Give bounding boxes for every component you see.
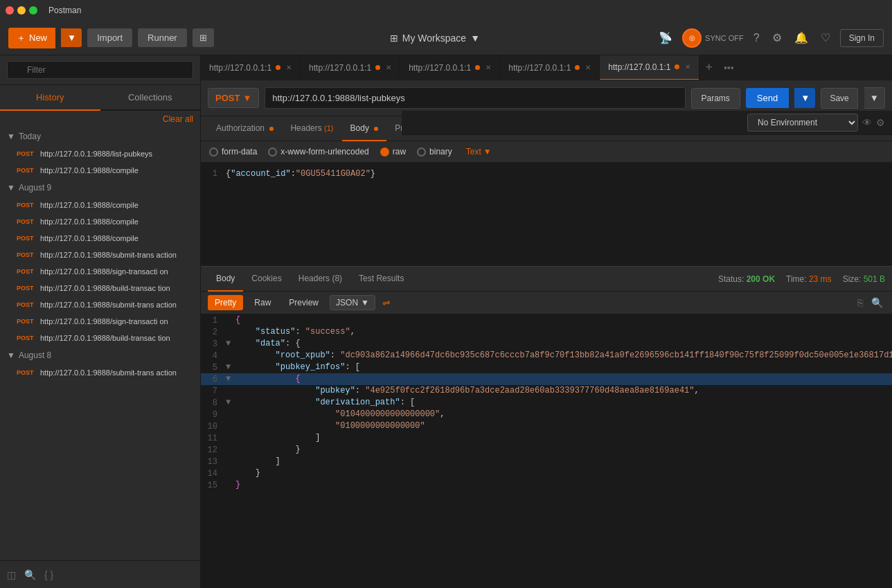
- sync-indicator: ◎: [682, 28, 702, 48]
- form-data-option[interactable]: form-data: [209, 147, 257, 157]
- params-button[interactable]: Params: [691, 88, 740, 109]
- request-tab-1[interactable]: http://127.0.0.1:1 ✕: [201, 55, 301, 80]
- authorization-dot: [269, 127, 274, 131]
- clear-all-button[interactable]: Clear all: [0, 111, 200, 127]
- list-item[interactable]: POST http://127.0.0.1:9888/list-pubkeys: [0, 145, 200, 162]
- toolbar-right: 📡 ◎ SYNC OFF ? ⚙ 🔔 ♡ Sign In: [656, 28, 884, 48]
- sidebar-collapse-icon[interactable]: ◫: [7, 569, 16, 580]
- tab-headers[interactable]: Headers (1): [282, 116, 341, 141]
- preview-button[interactable]: Preview: [282, 295, 325, 310]
- env-select[interactable]: No Environment: [747, 114, 858, 132]
- heart-icon[interactable]: ♡: [818, 28, 833, 47]
- list-item[interactable]: POST http://127.0.0.1:9888/sign-transact…: [0, 313, 200, 330]
- tab-history[interactable]: History: [0, 85, 100, 111]
- sign-in-button[interactable]: Sign In: [840, 29, 884, 47]
- add-tab-button[interactable]: +: [699, 60, 718, 75]
- search-bottom-icon[interactable]: 🔍: [24, 569, 36, 580]
- tab-authorization[interactable]: Authorization: [208, 116, 282, 141]
- list-item[interactable]: POST http://127.0.0.1:9888/submit-trans …: [0, 296, 200, 313]
- url-input[interactable]: [265, 87, 685, 109]
- save-arrow-button[interactable]: ▼: [864, 87, 885, 109]
- raw-button[interactable]: Raw: [247, 295, 278, 310]
- tab-dirty-indicator: [475, 65, 480, 70]
- resp-line: 1 {: [201, 314, 892, 326]
- section-aug9[interactable]: ▼ August 9: [0, 179, 200, 197]
- satellite-icon[interactable]: 📡: [656, 28, 675, 47]
- list-item[interactable]: POST http://127.0.0.1:9888/submit-trans …: [0, 247, 200, 263]
- copy-icon[interactable]: ⎘: [855, 295, 865, 310]
- urlencoded-option[interactable]: x-www-form-urlencoded: [268, 147, 368, 157]
- list-item[interactable]: POST http://127.0.0.1:9888/sign-transact…: [0, 263, 200, 280]
- section-aug8[interactable]: ▼ August 8: [0, 346, 200, 364]
- list-item[interactable]: POST http://127.0.0.1:9888/submit-trans …: [0, 364, 200, 381]
- list-item[interactable]: POST http://127.0.0.1:9888/compile: [0, 197, 200, 213]
- new-window-button[interactable]: ⊞: [193, 28, 214, 47]
- size-value: 501 B: [864, 274, 885, 284]
- radio-form-data: [209, 148, 218, 157]
- text-type-dropdown[interactable]: Text ▼: [466, 147, 492, 157]
- close-tab-icon[interactable]: ✕: [585, 64, 591, 71]
- new-button[interactable]: ＋ New: [8, 28, 55, 48]
- close-tab-icon[interactable]: ✕: [685, 63, 690, 71]
- method-select[interactable]: POST ▼: [208, 88, 259, 108]
- headers-count: (1): [324, 124, 333, 132]
- request-tab-5[interactable]: http://127.0.0.1:1 ✕: [600, 55, 699, 80]
- resp-tab-test-results[interactable]: Test Results: [350, 267, 412, 292]
- binary-option[interactable]: binary: [417, 147, 452, 157]
- list-item[interactable]: POST http://127.0.0.1:9888/build-transac…: [0, 280, 200, 296]
- close-tab-icon[interactable]: ✕: [485, 64, 491, 71]
- env-settings-icon[interactable]: ⚙: [876, 117, 885, 128]
- maximize-button[interactable]: [29, 6, 37, 15]
- minimize-button[interactable]: [17, 6, 26, 15]
- list-item[interactable]: POST http://127.0.0.1:9888/compile: [0, 213, 200, 230]
- resp-line: 12 }: [201, 444, 892, 456]
- resp-line: 11 ]: [201, 432, 892, 444]
- request-tab-3[interactable]: http://127.0.0.1:1 ✕: [400, 55, 500, 80]
- code-bottom-icon[interactable]: { }: [44, 569, 53, 580]
- bell-icon[interactable]: 🔔: [792, 28, 811, 47]
- tab-collections[interactable]: Collections: [100, 85, 201, 111]
- runner-button[interactable]: Runner: [138, 28, 187, 47]
- toolbar: ＋ New ▼ Import Runner ⊞ ⊞ My Workspace ▼…: [0, 21, 892, 55]
- request-tab-4[interactable]: http://127.0.0.1:1 ✕: [500, 55, 600, 80]
- raw-option[interactable]: raw: [380, 147, 406, 157]
- send-arrow-button[interactable]: ▼: [794, 88, 815, 108]
- pretty-button[interactable]: Pretty: [208, 295, 243, 310]
- send-button[interactable]: Send: [746, 88, 789, 108]
- search-resp-icon[interactable]: 🔍: [869, 295, 885, 310]
- resp-tab-cookies[interactable]: Cookies: [243, 267, 289, 292]
- tabs-row: http://127.0.0.1:1 ✕ http://127.0.0.1:1 …: [201, 55, 892, 80]
- eye-icon[interactable]: 👁: [862, 117, 872, 128]
- chevron-down-icon: ▼: [470, 33, 480, 44]
- list-item[interactable]: POST http://127.0.0.1:9888/compile: [0, 162, 200, 179]
- chevron-down-icon: ▼: [7, 183, 15, 193]
- list-item[interactable]: POST http://127.0.0.1:9888/build-transac…: [0, 330, 200, 346]
- request-tab-2[interactable]: http://127.0.0.1:1 ✕: [301, 55, 400, 80]
- workspace-button[interactable]: ⊞ My Workspace ▼: [390, 33, 480, 44]
- help-icon[interactable]: ?: [751, 29, 762, 47]
- format-select[interactable]: JSON ▼: [330, 295, 375, 310]
- section-today[interactable]: ▼ Today: [0, 127, 200, 145]
- list-item[interactable]: POST http://127.0.0.1:9888/compile: [0, 230, 200, 247]
- import-button[interactable]: Import: [87, 28, 132, 47]
- resp-tab-body[interactable]: Body: [208, 267, 243, 292]
- resp-line: 13 ]: [201, 456, 892, 467]
- more-tabs-button[interactable]: •••: [718, 62, 740, 73]
- code-editor[interactable]: 1 {"account_id":"0GU55411G0A02"}: [201, 163, 892, 267]
- resp-tab-headers[interactable]: Headers (8): [290, 267, 350, 292]
- new-arrow-button[interactable]: ▼: [61, 28, 82, 47]
- filter-input[interactable]: [7, 61, 193, 79]
- close-tab-icon[interactable]: ✕: [386, 64, 391, 71]
- resp-line: 3 ▼ "data": {: [201, 338, 892, 350]
- tab-dirty-indicator: [575, 65, 580, 70]
- tab-body[interactable]: Body: [342, 116, 387, 141]
- save-button[interactable]: Save: [821, 88, 857, 109]
- radio-raw: [380, 148, 389, 157]
- sync-icon: ◎: [689, 34, 695, 42]
- time-value: 23 ms: [809, 274, 832, 284]
- close-tab-icon[interactable]: ✕: [286, 64, 292, 71]
- settings-icon[interactable]: ⚙: [769, 28, 785, 47]
- radio-urlencoded: [268, 148, 277, 157]
- filter-icon[interactable]: ⇌: [382, 297, 391, 308]
- close-button[interactable]: [6, 6, 14, 15]
